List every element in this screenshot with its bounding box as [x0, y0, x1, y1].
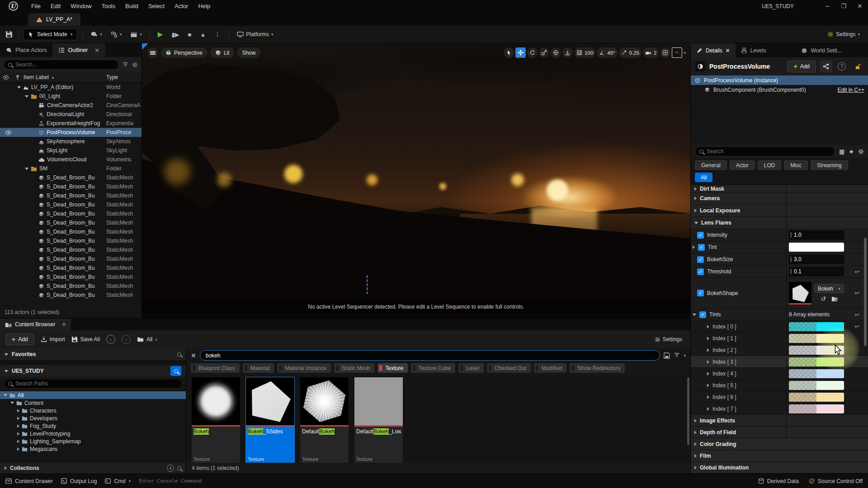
outliner-row[interactable]: S_Dead_Broom_BuStaticMesh	[0, 254, 142, 263]
lit-dropdown[interactable]: Lit	[210, 47, 235, 58]
outliner-row[interactable]: S_Dead_Broom_BuStaticMesh	[0, 182, 142, 191]
level-viewport[interactable]: Perspective Lit Show 100	[142, 43, 690, 318]
threshold-input[interactable]: 0.1	[789, 267, 844, 276]
close-details-tab-icon[interactable]: ✕	[726, 47, 730, 54]
chevron-right-icon[interactable]	[707, 337, 709, 340]
filter-chip-static-mesh[interactable]: Static Mesh	[334, 363, 375, 373]
details-settings-gear-icon[interactable]	[858, 149, 864, 155]
world-space-button[interactable]	[551, 47, 561, 58]
folder-tree-row[interactable]: Megascans	[0, 445, 186, 453]
tab-levels[interactable]: Levels	[736, 43, 772, 57]
search-paths-input[interactable]: Search Paths	[4, 379, 182, 389]
tint-swatch[interactable]	[789, 393, 844, 402]
eye-icon[interactable]	[0, 130, 16, 135]
chevron-right-icon[interactable]	[17, 409, 19, 413]
tint-swatch[interactable]	[789, 357, 844, 366]
rotate-tool-button[interactable]	[527, 47, 538, 58]
details-filter-actor[interactable]: Actor	[730, 160, 755, 170]
chevron-right-icon[interactable]	[694, 466, 697, 469]
outliner-search-input[interactable]: Search...	[4, 60, 119, 70]
menu-help[interactable]: Help	[193, 0, 215, 12]
tint-swatch[interactable]	[789, 381, 844, 390]
column-item-label[interactable]: Item Label▲	[24, 74, 106, 80]
chevron-right-icon[interactable]	[707, 407, 709, 411]
close-tab-icon[interactable]: ✕	[94, 47, 99, 54]
chevron-right-icon[interactable]	[707, 395, 709, 399]
tab-outliner[interactable]: Outliner ✕	[52, 43, 105, 57]
close-button[interactable]: ✕	[852, 0, 868, 12]
search-icon[interactable]	[177, 466, 181, 470]
tint-index-row[interactable]: Index [ 2 ]	[691, 344, 868, 356]
category-row[interactable]: Image Effects	[691, 415, 868, 427]
details-scrollbar[interactable]	[864, 238, 867, 346]
asset-grid-scrollbar[interactable]	[687, 377, 689, 445]
column-type[interactable]: Type	[106, 74, 142, 80]
bokehsize-input[interactable]: 3.0	[789, 255, 844, 264]
add-component-button[interactable]: + Add	[787, 61, 816, 72]
save-icon[interactable]	[5, 31, 13, 38]
outliner-row[interactable]: S_Dead_Broom_BuStaticMesh	[0, 291, 142, 300]
outliner-row[interactable]: VolumetricCloudVolumetric	[0, 155, 142, 164]
tint-index-row[interactable]: Index [ 5 ]	[691, 380, 868, 391]
tab-details[interactable]: Details ✕	[691, 43, 736, 57]
launch-button[interactable]: ▲	[197, 28, 208, 40]
chevron-down-icon[interactable]	[693, 314, 696, 316]
menu-actor[interactable]: Actor	[170, 0, 193, 12]
blueprint-hierarchy-button[interactable]	[820, 61, 832, 72]
unreal-logo-icon[interactable]: U	[0, 1, 26, 11]
details-filter-lod[interactable]: LOD	[758, 160, 782, 170]
filter-chip-modified[interactable]: Modified	[534, 363, 566, 373]
chevron-right-icon[interactable]	[694, 187, 697, 191]
chevron-right-icon[interactable]	[694, 197, 697, 200]
expander-icon[interactable]	[17, 86, 21, 89]
edit-in-cpp-link[interactable]: Edit in C++	[838, 87, 864, 93]
filter-chip-texture-cube[interactable]: Texture Cube	[411, 363, 455, 373]
scale-tool-button[interactable]	[539, 47, 549, 58]
perspective-dropdown[interactable]: Perspective	[160, 47, 208, 58]
viewport-options-menu[interactable]	[147, 47, 158, 58]
component-row-brush[interactable]: BrushComponent (BrushComponent0) Edit in…	[691, 85, 868, 94]
content-drawer-button[interactable]: Content Drawer	[5, 478, 53, 484]
outliner-row[interactable]: ExponentialHeightFogExponentia	[0, 119, 142, 128]
filter-icon[interactable]	[123, 62, 128, 67]
import-button[interactable]: Import	[41, 336, 65, 343]
revert-icon[interactable]: ↩	[855, 290, 860, 296]
checkbox-checked[interactable]: ✓	[698, 244, 705, 251]
menu-build[interactable]: Build	[120, 0, 143, 12]
clear-search-icon[interactable]: ✕	[191, 352, 196, 359]
component-row-instance[interactable]: PostProcessVolume (Instance)	[691, 75, 868, 85]
tab-content-browser[interactable]: Content Browser ✕	[0, 319, 71, 330]
close-content-browser-icon[interactable]: ✕	[61, 321, 66, 328]
play-button[interactable]: ▶	[155, 28, 166, 40]
cinematics-dropdown[interactable]: ▾	[127, 28, 145, 40]
outliner-settings-gear-icon[interactable]	[132, 62, 138, 68]
camera-speed-button[interactable]: 2	[643, 47, 659, 58]
chevron-right-icon[interactable]	[694, 209, 697, 212]
menu-tools[interactable]: Tools	[97, 0, 120, 12]
revert-icon[interactable]: ↩	[855, 268, 860, 275]
folder-tree-row[interactable]: Content	[0, 399, 186, 407]
view-filter-icon[interactable]	[674, 353, 680, 358]
tab-place-actors[interactable]: Place Actors	[0, 43, 52, 57]
tint-index-row[interactable]: Index [ 6 ]	[691, 391, 868, 403]
chevron-right-icon[interactable]	[707, 360, 709, 364]
tint-swatch[interactable]	[789, 346, 844, 355]
restore-button[interactable]: ❐	[835, 0, 852, 12]
chevron-right-icon[interactable]	[17, 432, 19, 436]
tint-swatch[interactable]	[789, 369, 844, 378]
category-row[interactable]: Global Illumination	[691, 462, 868, 474]
chevron-down-icon[interactable]	[694, 222, 698, 224]
asset-tile[interactable]: DefaultBokeh_LowTexture	[354, 377, 403, 463]
output-log-button[interactable]: Output Log	[61, 478, 97, 484]
back-button[interactable]: ‹	[106, 335, 115, 344]
tint-swatch[interactable]	[789, 334, 844, 343]
outliner-row[interactable]: S_Dead_Broom_BuStaticMesh	[0, 209, 142, 218]
stop-button[interactable]: ■	[185, 28, 194, 40]
tint-swatch[interactable]	[789, 404, 844, 413]
display-options-icon[interactable]: ▦	[839, 148, 844, 155]
lock-button[interactable]	[852, 61, 863, 72]
details-filter-misc[interactable]: Misc	[784, 160, 808, 170]
checkbox-checked[interactable]: ✓	[697, 290, 704, 296]
pin-column-icon[interactable]	[12, 75, 24, 80]
search-icon[interactable]	[177, 352, 181, 357]
